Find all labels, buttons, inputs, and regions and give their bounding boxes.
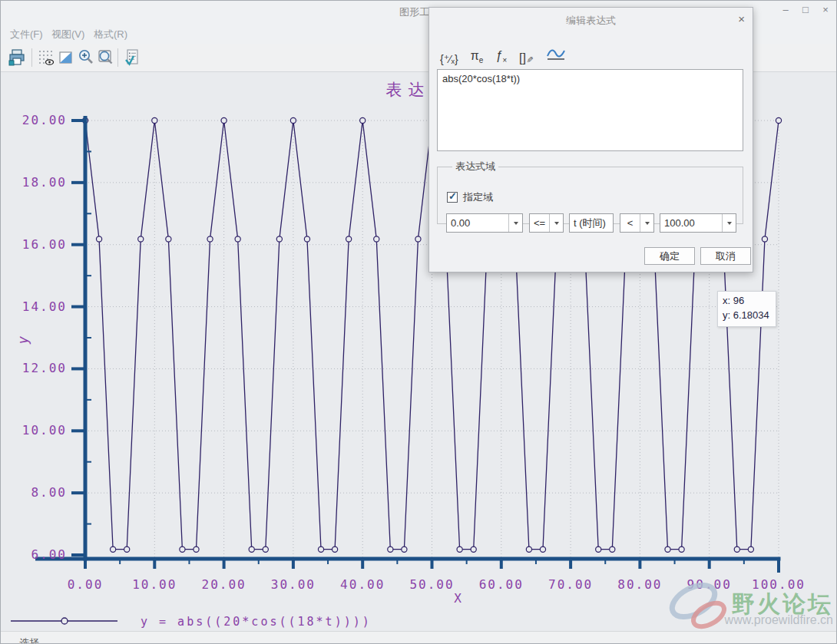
data-point-marker[interactable] <box>360 117 366 123</box>
domain-max-combobox[interactable]: 100.00 <box>660 213 736 233</box>
units-icon[interactable]: []✎ <box>519 52 533 64</box>
chevron-down-icon <box>514 222 518 225</box>
data-point-marker[interactable] <box>111 547 116 552</box>
data-point-marker[interactable] <box>776 117 781 123</box>
functions-icon[interactable]: ƒ× <box>495 50 507 64</box>
data-point-marker[interactable] <box>402 547 407 552</box>
y-tick-label: 12.00 <box>22 361 67 375</box>
menu-format[interactable]: 格式(R) <box>94 28 127 41</box>
data-point-marker[interactable] <box>290 117 296 123</box>
x-tick-label: 40.00 <box>340 577 385 592</box>
minimize-button[interactable]: – <box>779 4 792 15</box>
min-operator-dropdown-button[interactable] <box>549 214 563 232</box>
data-point-marker[interactable] <box>180 547 185 552</box>
domain-max-value: 100.00 <box>660 217 722 229</box>
data-point-marker[interactable] <box>304 236 309 242</box>
toolbar-separator <box>31 48 32 67</box>
menu-view[interactable]: 视图(V) <box>51 28 84 41</box>
data-point-marker[interactable] <box>457 547 462 552</box>
chart-legend: y = abs((20*cos((18*t)))) <box>11 615 372 629</box>
point-tooltip: x: 96 y: 6.18034 <box>717 291 776 327</box>
max-operator-dropdown-button[interactable] <box>640 214 653 232</box>
data-point-marker[interactable] <box>207 236 213 242</box>
data-point-marker[interactable] <box>346 236 352 242</box>
domain-min-dropdown-button[interactable] <box>508 214 522 232</box>
x-tick-label: 20.00 <box>202 577 246 592</box>
zoom-in-icon[interactable] <box>76 48 96 68</box>
data-point-marker[interactable] <box>276 236 282 242</box>
print-icon[interactable] <box>7 48 27 68</box>
data-point-marker[interactable] <box>762 236 767 242</box>
specify-domain-checkbox[interactable] <box>447 192 458 203</box>
data-point-marker[interactable] <box>194 547 199 552</box>
data-point-marker[interactable] <box>388 547 393 552</box>
data-point-marker[interactable] <box>415 236 421 242</box>
max-operator-combobox[interactable]: < <box>620 213 654 233</box>
data-point-marker[interactable] <box>124 547 130 552</box>
menu-file[interactable]: 文件(F) <box>10 28 43 41</box>
y-tick-label: 14.00 <box>22 299 67 314</box>
cancel-button[interactable]: 取消 <box>700 247 751 265</box>
legend-label: y = abs((20*cos((18*t)))) <box>141 615 372 629</box>
specify-domain-label: 指定域 <box>463 190 493 204</box>
data-point-marker[interactable] <box>166 236 171 242</box>
close-button[interactable]: × <box>819 4 832 15</box>
data-point-marker[interactable] <box>138 236 144 242</box>
y-tick-label: 18.00 <box>22 175 67 190</box>
legend-marker-sample <box>61 618 68 624</box>
chevron-down-icon <box>727 222 732 225</box>
max-operator-value: < <box>620 217 640 229</box>
data-point-marker[interactable] <box>471 547 476 552</box>
graph-options-icon[interactable] <box>122 48 142 68</box>
data-point-marker[interactable] <box>221 117 227 123</box>
maximize-button[interactable]: □ <box>799 4 812 15</box>
show-points-icon[interactable] <box>36 48 56 68</box>
data-point-marker[interactable] <box>318 547 323 552</box>
y-tick-label: 6.00 <box>31 547 67 562</box>
domain-min-value: 0.00 <box>447 217 508 229</box>
domain-min-combobox[interactable]: 0.00 <box>446 213 523 233</box>
data-point-marker[interactable] <box>96 236 101 242</box>
x-tick-label: 50.00 <box>409 577 454 592</box>
data-point-marker[interactable] <box>526 547 531 552</box>
data-point-marker[interactable] <box>235 236 240 242</box>
x-tick-label: 0.00 <box>68 577 104 592</box>
data-point-marker[interactable] <box>263 547 268 552</box>
min-operator-combobox[interactable]: <= <box>529 213 564 233</box>
data-point-marker[interactable] <box>596 547 601 552</box>
expression-domain-group: 表达式域 指定域 0.00 <= t (时间) < 100.00 <box>437 160 743 224</box>
domain-variable-box: t (时间) <box>569 213 614 233</box>
data-point-marker[interactable] <box>679 547 684 552</box>
chevron-down-icon <box>645 222 650 225</box>
data-point-marker[interactable] <box>249 547 254 552</box>
x-tick-label: 80.00 <box>617 577 662 592</box>
data-point-marker[interactable] <box>152 117 157 123</box>
insert-graph-icon[interactable] <box>545 45 567 64</box>
x-tick-label: 60.00 <box>479 577 524 592</box>
dialog-close-icon[interactable]: × <box>738 12 745 25</box>
domain-group-label: 表达式域 <box>452 160 498 173</box>
data-point-marker[interactable] <box>332 547 337 552</box>
domain-max-dropdown-button[interactable] <box>722 214 736 232</box>
min-operator-value: <= <box>530 217 549 229</box>
expression-input[interactable] <box>437 69 743 151</box>
edit-expression-dialog: 编辑表达式 × {⁺⁄ₓ} πe ƒ× []✎ 表达式域 指定域 0.00 <= <box>428 7 753 272</box>
tooltip-y-value: y: 6.18034 <box>723 309 769 323</box>
y-tick-label: 20.00 <box>22 113 67 127</box>
operators-icon[interactable]: {⁺⁄ₓ} <box>440 54 458 64</box>
data-point-marker[interactable] <box>665 547 670 552</box>
data-point-marker[interactable] <box>374 236 379 242</box>
constants-icon[interactable]: πe <box>471 50 484 64</box>
y-axis-label: y <box>15 335 31 345</box>
data-point-marker[interactable] <box>734 547 739 552</box>
data-point-marker[interactable] <box>748 547 753 552</box>
dialog-title: 编辑表达式 <box>429 14 753 28</box>
data-point-marker[interactable] <box>540 547 545 552</box>
y-tick-label: 16.00 <box>22 237 67 252</box>
ok-button[interactable]: 确定 <box>644 247 695 265</box>
x-tick-label: 10.00 <box>132 577 177 592</box>
data-point-marker[interactable] <box>610 547 615 552</box>
tooltip-x-value: x: 96 <box>723 294 769 309</box>
zoom-fit-icon[interactable] <box>96 48 116 68</box>
invert-background-icon[interactable] <box>56 48 76 68</box>
